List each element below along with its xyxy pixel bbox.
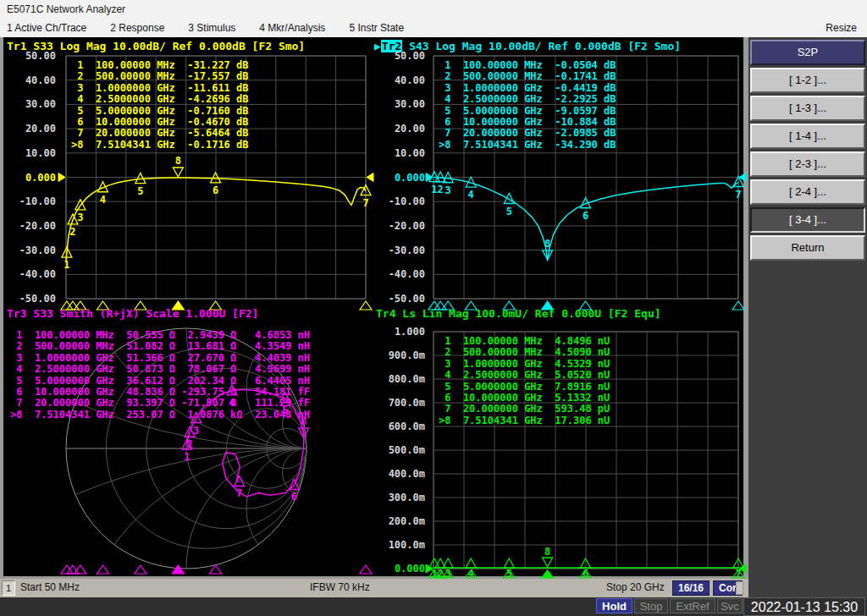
menu-item-5[interactable]: 5 Instr State (349, 22, 404, 34)
softkey-sidebar: S2P [ 1-2 ]...[ 1-3 ]...[ 1-4 ]...[ 2-3 … (748, 37, 867, 597)
softkey-button-2-3[interactable]: [ 2-3 ]... (750, 151, 865, 177)
marker-row: 7 20.000000 GHz 593.48 pU (439, 404, 610, 415)
tr4-ytick: 700.0m (367, 397, 425, 409)
marker-row: 4 2.5000000 GHz 5.0520 nU (439, 370, 610, 381)
tr1-ytick: -30.00 (3, 245, 56, 256)
tr1-ytick: 30.00 (3, 98, 56, 110)
softkey-button-1-4[interactable]: [ 1-4 ]... (750, 124, 865, 149)
menu-item-3[interactable]: 3 Stimulus (188, 22, 235, 34)
tr4-ytick: 800.0m (367, 373, 425, 385)
tr2-marker-table: 1 100.00000 MHz -0.0504 dB 2 500.00000 M… (439, 60, 616, 151)
tr2-ytick: -10.00 (371, 195, 425, 207)
clock-display: 2022-01-13 15:30 (743, 597, 865, 616)
marker-row: >8 7.5104341 GHz 17.306 nU (439, 415, 610, 426)
extref-indicator: ExtRef (670, 598, 715, 613)
tr1-ytick: -40.00 (3, 268, 56, 280)
tr1-ytick: -10.00 (3, 195, 56, 207)
marker-row: 1 100.00000 MHz -0.0504 dB (439, 60, 616, 71)
menu-bar: 1 Active Ch/Trace2 Response3 Stimulus4 M… (0, 19, 867, 37)
marker-row: 5 5.0000000 GHz -9.0597 dB (439, 106, 616, 117)
tr1-ytick: 20.00 (3, 123, 56, 135)
marker-row: 4 2.5000000 GHz -4.2696 dB (71, 94, 249, 105)
stop-indicator: Stop (634, 598, 668, 613)
tr4-marker-table: 1 100.00000 MHz 4.8496 nU 2 500.00000 MH… (439, 336, 610, 426)
tr2-ytick: 40.00 (371, 74, 425, 86)
tr2-ytick: 10.00 (371, 147, 425, 159)
marker-row: 3 1.0000000 GHz 4.5329 nU (439, 359, 610, 370)
status-empty-cell (736, 581, 743, 595)
tr2-ytick: 0.000 (371, 172, 425, 184)
tr2-ytick: 30.00 (371, 98, 425, 110)
hold-indicator: Hold (596, 598, 632, 613)
tr1-marker-table: 1 100.00000 MHz -31.227 dB 2 500.00000 M… (71, 60, 249, 151)
return-button[interactable]: Return (750, 235, 865, 261)
window-title: E5071C Network Analyzer (7, 3, 125, 15)
tr2-ytick: -40.00 (371, 268, 425, 280)
marker-row: 7 20.000000 GHz -2.0985 dB (439, 128, 616, 139)
tr2-title-text: S43 Log Mag 10.00dB/ Ref 0.000dB [F2 Smo… (402, 40, 681, 52)
tr4-ytick: 200.0m (367, 515, 425, 527)
marker-row: 1 100.00000 MHz 4.8496 nU (439, 336, 610, 347)
menu-item-2[interactable]: 2 Response (110, 22, 164, 34)
tr4-ytick: 100.0m (367, 539, 425, 551)
tr2-ytick: 20.00 (371, 123, 425, 135)
softkey-button-1-2[interactable]: [ 1-2 ]... (750, 68, 865, 93)
tr4-ytick: 900.0m (367, 349, 425, 361)
tr1-ytick: 50.00 (3, 50, 56, 62)
tr2-ytick: 50.00 (371, 50, 425, 62)
channel-number-box: 1 (2, 580, 15, 596)
marker-row: 6 10.000000 GHz 5.1332 nU (439, 393, 610, 404)
softkey-button-3-4[interactable]: [ 3-4 ]... (750, 207, 865, 233)
marker-row: 3 1.0000000 GHz -0.4419 dB (439, 83, 616, 94)
tr2-ytick: -30.00 (371, 245, 425, 256)
marker-row: 2 500.00000 MHz 4.5090 nU (439, 347, 610, 358)
tr1-ytick: 40.00 (3, 74, 56, 86)
marker-row: 6 10.000000 GHz -10.884 dB (439, 117, 616, 128)
menu-item-1[interactable]: 1 Active Ch/Trace (7, 22, 86, 34)
resize-button[interactable]: Resize (826, 22, 857, 34)
tr4-title: Tr4 Ls Lin Mag 100.0mU/ Ref 0.000U [F2 E… (376, 307, 661, 320)
tr1-ytick: -20.00 (3, 220, 56, 232)
marker-row: 4 2.5000000 GHz 50.873 Ω 78.067 Ω 4.9699… (10, 364, 310, 375)
tr2-ytick: -50.00 (371, 293, 425, 305)
marker-row: >8 7.5104341 GHz 253.07 Ω 1.0876 kΩ 23.0… (10, 410, 310, 421)
tr4-ytick: 1.000 (367, 326, 425, 338)
tr4-ytick: 500.0m (367, 444, 425, 456)
marker-row: 5 5.0000000 GHz 7.8916 nU (439, 382, 610, 393)
marker-row: 1 100.00000 MHz 50.555 Ω 2.9439 Ω 4.6853… (10, 330, 310, 341)
tr1-ytick: -50.00 (3, 293, 56, 305)
softkey-button-2-4[interactable]: [ 2-4 ]... (750, 179, 865, 205)
marker-row: 7 20.000000 GHz -5.6464 dB (71, 128, 249, 139)
marker-row: 2 500.00000 MHz -0.1741 dB (439, 71, 616, 82)
menu-item-4[interactable]: 4 Mkr/Analysis (259, 22, 325, 34)
softkey-button-1-3[interactable]: [ 1-3 ]... (750, 96, 865, 121)
tr1-ytick: 0.000 (3, 172, 56, 184)
marker-row: 1 100.00000 MHz -31.227 dB (71, 60, 249, 71)
marker-row: >8 7.5104341 GHz -0.1716 dB (71, 140, 249, 151)
marker-row: 5 5.0000000 GHz 36.612 Ω 202.34 Ω 6.4405… (10, 376, 310, 387)
marker-row: 5 5.0000000 GHz -0.7160 dB (71, 106, 249, 117)
window-titlebar: E5071C Network Analyzer (0, 0, 867, 19)
tr4-ytick: 600.0m (367, 421, 425, 432)
start-frequency-label: Start 50 MHz (20, 581, 80, 593)
app-window: E5071C Network Analyzer 1 Active Ch/Trac… (0, 0, 867, 616)
stop-frequency-label: Stop 20 GHz (606, 581, 665, 593)
marker-row: 2 500.00000 MHz -17.557 dB (71, 71, 249, 82)
tr4-ytick: 400.0m (367, 468, 425, 480)
ifbw-label: IFBW 70 kHz (310, 581, 370, 593)
marker-row: 2 500.00000 MHz 51.082 Ω 13.681 Ω 4.3549… (10, 341, 310, 352)
marker-row: 6 10.000000 GHz -0.4670 dB (71, 117, 249, 128)
tr4-ytick: 300.0m (367, 492, 425, 503)
marker-row: >8 7.5104341 GHz -34.290 dB (439, 140, 616, 151)
tr3-marker-table: 1 100.00000 MHz 50.555 Ω 2.9439 Ω 4.6853… (10, 330, 310, 421)
tr2-ytick: -20.00 (371, 220, 425, 232)
marker-row: 6 10.000000 GHz 48.836 Ω -293.75 Ω 54.18… (10, 387, 310, 398)
softkey-header: S2P (750, 40, 865, 65)
marker-row: 7 20.000000 GHz 93.397 Ω -71.507 Ω 111.2… (10, 398, 310, 409)
tr3-title: Tr3 S33 Smith (R+jX) Scale 1.000U [F2] (7, 307, 258, 320)
tr4-ytick: 0.000 (367, 563, 425, 575)
svc-indicator: Svc (717, 598, 743, 613)
marker-row: 4 2.5000000 GHz -2.2925 dB (439, 94, 616, 105)
tr1-ytick: 10.00 (3, 147, 56, 159)
sweep-progress-badge: 16/16 (672, 580, 710, 596)
